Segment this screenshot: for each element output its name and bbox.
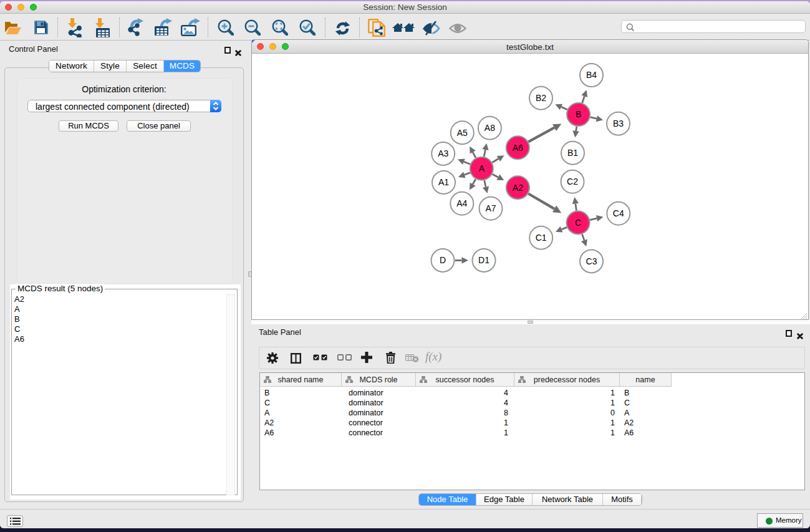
svg-text:A3: A3 [438, 148, 448, 158]
svg-text:A7: A7 [485, 203, 496, 213]
svg-text:D: D [440, 255, 446, 265]
svg-text:D1: D1 [478, 255, 489, 265]
svg-text:C2: C2 [567, 177, 578, 186]
svg-text:C3: C3 [586, 256, 597, 266]
svg-text:A8: A8 [485, 123, 495, 133]
svg-text:B4: B4 [586, 70, 597, 80]
svg-text:C4: C4 [613, 208, 624, 218]
svg-text:A5: A5 [457, 128, 468, 138]
svg-text:A2: A2 [513, 183, 523, 193]
svg-text:B3: B3 [613, 118, 624, 128]
svg-text:A6: A6 [513, 143, 523, 153]
svg-text:C: C [575, 218, 581, 228]
svg-text:A1: A1 [438, 177, 449, 187]
svg-text:A: A [479, 163, 485, 173]
svg-text:B: B [576, 109, 581, 119]
svg-text:B2: B2 [536, 93, 546, 103]
svg-text:B1: B1 [567, 148, 578, 158]
svg-text:A4: A4 [456, 198, 467, 208]
svg-text:C1: C1 [536, 233, 547, 243]
